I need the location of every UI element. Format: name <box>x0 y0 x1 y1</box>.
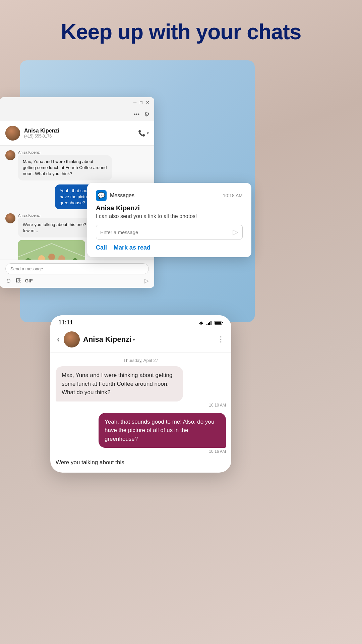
mobile-messages: Max, Yuna and I were thinking about gett… <box>50 366 231 454</box>
messages-app-icon: 💬 <box>96 190 107 201</box>
message-image <box>18 240 85 260</box>
mark-as-read-button[interactable]: Mark as read <box>114 244 150 251</box>
call-button[interactable]: 📞 ▾ <box>138 129 149 137</box>
gif-icon[interactable]: GIF <box>25 278 33 283</box>
back-button[interactable]: ‹ <box>57 335 60 344</box>
notification-message: I can also send you a link to all the ph… <box>96 213 243 219</box>
hero-section: Keep up with your chats <box>0 20 362 44</box>
mobile-message-time: 10:10 AM <box>56 403 226 408</box>
image-placeholder <box>18 240 85 260</box>
last-message-text: Were you talking about this <box>56 459 124 466</box>
signal-icon <box>206 320 213 325</box>
minimize-btn[interactable]: ─ <box>133 100 136 105</box>
window-control-buttons: ─ □ ✕ <box>133 100 149 105</box>
contact-phone: (415) 555-0176 <box>24 134 138 139</box>
desktop-input-bar: ☺ 🖼 GIF ▷ <box>0 260 154 288</box>
notification-send-button[interactable]: ▷ <box>233 228 238 236</box>
phone-icon: 📞 <box>138 129 145 137</box>
input-actions: ☺ 🖼 GIF ▷ <box>5 277 149 284</box>
messages-icon: 💬 <box>98 192 105 199</box>
avatar-face <box>5 126 20 141</box>
msg-avatar <box>5 150 15 160</box>
phone-contact-name: Anisa Kipenzi <box>83 335 131 344</box>
send-icon[interactable]: ▷ <box>144 277 149 284</box>
maximize-btn[interactable]: □ <box>140 100 142 105</box>
wifi-icon <box>198 320 204 325</box>
status-icons <box>198 320 223 325</box>
svg-rect-19 <box>210 321 212 325</box>
contact-name-row: Anisa Kipenzi <box>24 128 138 134</box>
last-message-partial: Were you talking about this <box>50 459 231 466</box>
dropdown-icon[interactable]: ▾ <box>133 337 135 342</box>
svg-rect-16 <box>206 324 207 325</box>
call-action-button[interactable]: Call <box>96 244 107 251</box>
contact-header: Anisa Kipenzi (415) 555-0176 📞 ▾ <box>0 121 154 146</box>
notification-header: 💬 Messages 10:18 AM <box>96 190 243 201</box>
desktop-message-input[interactable] <box>5 263 149 274</box>
svg-rect-21 <box>222 322 223 323</box>
mobile-message-time: 10:16 AM <box>209 449 226 454</box>
svg-rect-22 <box>215 322 221 324</box>
svg-rect-17 <box>208 323 209 325</box>
contact-info: Anisa Kipenzi (415) 555-0176 <box>24 128 138 139</box>
mobile-message-row: Max, Yuna and I were thinking about gett… <box>56 366 226 408</box>
svg-point-15 <box>201 325 201 325</box>
status-time: 11:11 <box>58 319 73 326</box>
mobile-message-row: Yeah, that sounds good to me! Also, do y… <box>56 413 226 454</box>
msg-sender: Anisa Kipenzi <box>18 150 112 154</box>
notification-time: 10:18 AM <box>223 193 243 198</box>
contact-name: Anisa Kipenzi <box>24 128 59 134</box>
contact-avatar <box>5 126 20 141</box>
mobile-incoming-bubble: Max, Yuna and I were thinking about gett… <box>56 366 183 401</box>
mobile-outgoing-bubble: Yeah, that sounds good to me! Also, do y… <box>99 413 226 448</box>
settings-icon[interactable]: ⚙ <box>144 111 149 118</box>
svg-rect-18 <box>209 322 210 325</box>
window-toolbar: ••• ⚙ <box>0 108 154 121</box>
hero-title: Keep up with your chats <box>0 20 362 44</box>
notification-reply-input[interactable] <box>100 229 229 235</box>
notification-app-name: Messages <box>110 193 134 199</box>
image-attach-icon[interactable]: 🖼 <box>15 278 21 284</box>
message-row: Anisa Kipenzi Max, Yuna and I were think… <box>5 150 149 180</box>
emoji-icon[interactable]: ☺ <box>5 277 11 284</box>
notification-actions: Call Mark as read <box>96 244 243 251</box>
date-divider: Thursday, April 27 <box>50 353 231 366</box>
notification-sender: Anisa Kipenzi <box>96 204 243 212</box>
more-options-icon[interactable]: ••• <box>134 111 139 117</box>
incoming-bubble: Max, Yuna and I were thinking about gett… <box>18 155 112 180</box>
battery-icon <box>215 320 223 325</box>
window-titlebar: ─ □ ✕ <box>0 97 154 108</box>
phone-frame: 11:11 ‹ Anisa Kipenzi ▾ ⋮ <box>50 315 231 473</box>
close-btn[interactable]: ✕ <box>146 100 149 105</box>
msg-avatar <box>5 213 15 223</box>
phone-contact-avatar <box>64 331 80 347</box>
notification-input-row: ▷ <box>96 225 243 239</box>
notification-popup: 💬 Messages 10:18 AM Anisa Kipenzi I can … <box>87 183 251 257</box>
call-dropdown-icon: ▾ <box>147 131 149 136</box>
notification-app-row: 💬 Messages <box>96 190 134 201</box>
more-options-button[interactable]: ⋮ <box>217 335 225 344</box>
status-bar: 11:11 <box>50 315 231 328</box>
phone-header: ‹ Anisa Kipenzi ▾ ⋮ <box>50 328 231 353</box>
msg-bubble-wrap: Anisa Kipenzi Max, Yuna and I were think… <box>18 150 112 180</box>
